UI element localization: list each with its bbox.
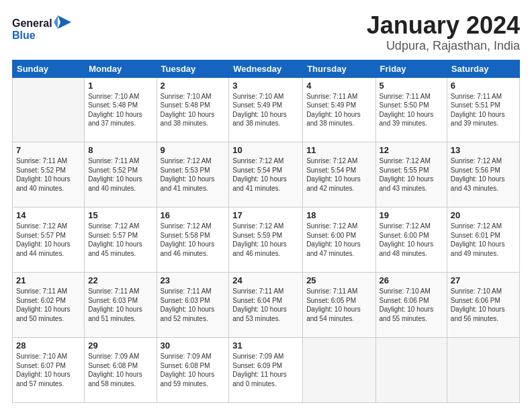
day-info: Sunrise: 7:10 AM Sunset: 6:06 PM Dayligh… <box>380 287 443 323</box>
day-number: 29 <box>88 340 152 351</box>
day-info: Sunrise: 7:11 AM Sunset: 6:03 PM Dayligh… <box>88 287 152 323</box>
header-wednesday: Wednesday <box>229 60 303 77</box>
day-number: 22 <box>88 275 152 285</box>
calendar-cell <box>375 338 447 403</box>
header-sunday: Sunday <box>13 60 85 77</box>
calendar-cell: 29Sunrise: 7:09 AM Sunset: 6:08 PM Dayli… <box>85 338 157 403</box>
calendar-cell: 20Sunrise: 7:12 AM Sunset: 6:01 PM Dayli… <box>447 208 519 273</box>
day-number: 18 <box>306 210 371 220</box>
page-title: January 2024 <box>367 12 520 39</box>
day-info: Sunrise: 7:12 AM Sunset: 5:57 PM Dayligh… <box>16 222 81 258</box>
calendar-cell: 23Sunrise: 7:11 AM Sunset: 6:03 PM Dayli… <box>157 273 229 338</box>
title-block: January 2024 Udpura, Rajasthan, India <box>367 12 520 53</box>
calendar-week-1: 7Sunrise: 7:11 AM Sunset: 5:52 PM Daylig… <box>13 142 520 208</box>
calendar-week-3: 21Sunrise: 7:11 AM Sunset: 6:02 PM Dayli… <box>13 273 520 338</box>
calendar-cell: 24Sunrise: 7:11 AM Sunset: 6:04 PM Dayli… <box>229 273 303 338</box>
calendar-week-0: 1Sunrise: 7:10 AM Sunset: 5:48 PM Daylig… <box>13 77 520 142</box>
day-number: 10 <box>232 145 299 155</box>
day-info: Sunrise: 7:10 AM Sunset: 5:48 PM Dayligh… <box>88 92 152 128</box>
day-number: 12 <box>380 145 443 155</box>
page: General Blue January 2024 Udpura, Rajast… <box>0 0 532 411</box>
day-number: 8 <box>88 145 152 155</box>
day-info: Sunrise: 7:12 AM Sunset: 6:00 PM Dayligh… <box>380 222 443 258</box>
calendar-cell: 19Sunrise: 7:12 AM Sunset: 6:00 PM Dayli… <box>375 208 447 273</box>
day-info: Sunrise: 7:10 AM Sunset: 6:07 PM Dayligh… <box>16 352 81 388</box>
calendar-cell: 26Sunrise: 7:10 AM Sunset: 6:06 PM Dayli… <box>375 273 447 338</box>
day-number: 11 <box>306 145 371 155</box>
day-number: 23 <box>161 275 226 285</box>
calendar-cell: 6Sunrise: 7:11 AM Sunset: 5:51 PM Daylig… <box>447 77 519 142</box>
day-info: Sunrise: 7:12 AM Sunset: 5:56 PM Dayligh… <box>451 156 516 193</box>
svg-text:General: General <box>12 17 52 29</box>
calendar-cell <box>447 338 519 403</box>
calendar-cell: 10Sunrise: 7:12 AM Sunset: 5:54 PM Dayli… <box>229 142 303 208</box>
day-info: Sunrise: 7:11 AM Sunset: 5:52 PM Dayligh… <box>88 156 152 193</box>
day-info: Sunrise: 7:09 AM Sunset: 6:08 PM Dayligh… <box>88 352 152 388</box>
page-subtitle: Udpura, Rajasthan, India <box>367 39 520 53</box>
calendar-header-row: SundayMondayTuesdayWednesdayThursdayFrid… <box>13 60 520 77</box>
day-number: 28 <box>16 340 81 351</box>
calendar-cell: 15Sunrise: 7:12 AM Sunset: 5:57 PM Dayli… <box>85 208 157 273</box>
day-info: Sunrise: 7:12 AM Sunset: 5:54 PM Dayligh… <box>232 156 299 193</box>
day-info: Sunrise: 7:11 AM Sunset: 5:50 PM Dayligh… <box>380 92 443 128</box>
calendar-cell: 2Sunrise: 7:10 AM Sunset: 5:48 PM Daylig… <box>157 77 229 142</box>
day-info: Sunrise: 7:10 AM Sunset: 5:49 PM Dayligh… <box>232 92 299 128</box>
day-number: 9 <box>161 145 226 155</box>
calendar-cell: 9Sunrise: 7:12 AM Sunset: 5:53 PM Daylig… <box>157 142 229 208</box>
day-number: 5 <box>380 81 443 91</box>
header: General Blue January 2024 Udpura, Rajast… <box>12 12 520 53</box>
calendar-cell: 30Sunrise: 7:09 AM Sunset: 6:08 PM Dayli… <box>157 338 229 403</box>
day-info: Sunrise: 7:11 AM Sunset: 6:05 PM Dayligh… <box>306 287 371 323</box>
day-number: 14 <box>16 210 81 220</box>
day-number: 7 <box>16 145 81 155</box>
day-number: 20 <box>451 210 516 220</box>
calendar-cell: 22Sunrise: 7:11 AM Sunset: 6:03 PM Dayli… <box>85 273 157 338</box>
day-info: Sunrise: 7:12 AM Sunset: 5:54 PM Dayligh… <box>306 156 371 193</box>
calendar-cell: 21Sunrise: 7:11 AM Sunset: 6:02 PM Dayli… <box>13 273 85 338</box>
day-info: Sunrise: 7:10 AM Sunset: 6:06 PM Dayligh… <box>451 287 516 323</box>
logo: General Blue <box>12 12 73 46</box>
calendar-cell: 5Sunrise: 7:11 AM Sunset: 5:50 PM Daylig… <box>375 77 447 142</box>
calendar-cell: 28Sunrise: 7:10 AM Sunset: 6:07 PM Dayli… <box>13 338 85 403</box>
day-number: 4 <box>306 81 371 91</box>
day-number: 6 <box>451 81 516 91</box>
day-info: Sunrise: 7:11 AM Sunset: 6:02 PM Dayligh… <box>16 287 81 323</box>
day-number: 26 <box>380 275 443 285</box>
day-info: Sunrise: 7:12 AM Sunset: 5:53 PM Dayligh… <box>161 156 226 193</box>
calendar-cell: 25Sunrise: 7:11 AM Sunset: 6:05 PM Dayli… <box>303 273 375 338</box>
day-number: 21 <box>16 275 81 285</box>
calendar-cell: 7Sunrise: 7:11 AM Sunset: 5:52 PM Daylig… <box>13 142 85 208</box>
day-info: Sunrise: 7:12 AM Sunset: 6:01 PM Dayligh… <box>451 222 516 258</box>
day-number: 17 <box>232 210 299 220</box>
day-number: 24 <box>232 275 299 285</box>
header-monday: Monday <box>85 60 157 77</box>
day-info: Sunrise: 7:11 AM Sunset: 6:03 PM Dayligh… <box>161 287 226 323</box>
header-saturday: Saturday <box>447 60 519 77</box>
svg-marker-3 <box>54 15 58 29</box>
day-info: Sunrise: 7:12 AM Sunset: 5:55 PM Dayligh… <box>380 156 443 193</box>
day-info: Sunrise: 7:10 AM Sunset: 5:48 PM Dayligh… <box>161 92 226 128</box>
day-number: 3 <box>232 81 299 91</box>
calendar-cell: 11Sunrise: 7:12 AM Sunset: 5:54 PM Dayli… <box>303 142 375 208</box>
calendar-cell: 14Sunrise: 7:12 AM Sunset: 5:57 PM Dayli… <box>13 208 85 273</box>
day-info: Sunrise: 7:11 AM Sunset: 5:51 PM Dayligh… <box>451 92 516 128</box>
calendar-cell <box>303 338 375 403</box>
day-number: 13 <box>451 145 516 155</box>
calendar-cell: 17Sunrise: 7:12 AM Sunset: 5:59 PM Dayli… <box>229 208 303 273</box>
day-number: 25 <box>306 275 371 285</box>
calendar-cell: 27Sunrise: 7:10 AM Sunset: 6:06 PM Dayli… <box>447 273 519 338</box>
day-number: 19 <box>380 210 443 220</box>
day-info: Sunrise: 7:12 AM Sunset: 5:59 PM Dayligh… <box>232 222 299 258</box>
calendar-cell <box>13 77 85 142</box>
day-info: Sunrise: 7:12 AM Sunset: 5:57 PM Dayligh… <box>88 222 152 258</box>
day-info: Sunrise: 7:09 AM Sunset: 6:09 PM Dayligh… <box>232 352 299 388</box>
day-number: 15 <box>88 210 152 220</box>
svg-marker-2 <box>58 15 71 29</box>
day-info: Sunrise: 7:11 AM Sunset: 5:49 PM Dayligh… <box>306 92 371 128</box>
day-number: 2 <box>161 81 226 91</box>
calendar-week-4: 28Sunrise: 7:10 AM Sunset: 6:07 PM Dayli… <box>13 338 520 403</box>
calendar-week-2: 14Sunrise: 7:12 AM Sunset: 5:57 PM Dayli… <box>13 208 520 273</box>
calendar-cell: 13Sunrise: 7:12 AM Sunset: 5:56 PM Dayli… <box>447 142 519 208</box>
day-number: 1 <box>88 81 152 91</box>
day-info: Sunrise: 7:11 AM Sunset: 6:04 PM Dayligh… <box>232 287 299 323</box>
